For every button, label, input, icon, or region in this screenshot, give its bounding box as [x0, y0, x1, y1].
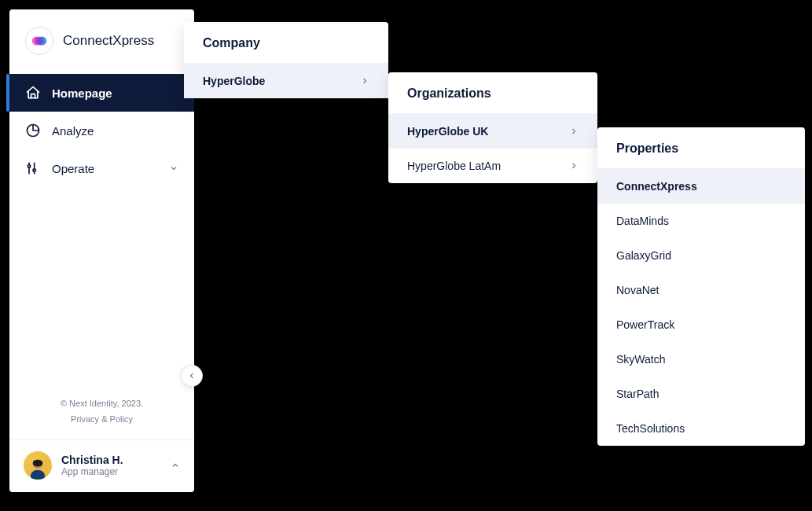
panel-item-label: DataMinds: [616, 215, 669, 227]
panel-item-label: SkyWatch: [616, 353, 666, 366]
prop-item-dataminds[interactable]: DataMinds: [597, 204, 805, 238]
sliders-icon: [25, 160, 41, 176]
user-menu[interactable]: Christina H. App manager: [9, 439, 194, 492]
home-icon: [25, 85, 41, 101]
sidebar-item-homepage[interactable]: Homepage: [9, 74, 194, 112]
prop-item-starpath[interactable]: StarPath: [597, 377, 805, 411]
panel-item-label: NovaNet: [616, 284, 659, 296]
svg-point-5: [28, 165, 30, 167]
user-name: Christina H.: [61, 454, 123, 466]
panel-item-label: HyperGlobe UK: [407, 125, 488, 138]
panel-title: Properties: [597, 127, 805, 169]
chart-icon: [25, 123, 41, 138]
panel-item-label: StarPath: [616, 388, 659, 400]
company-item-hyperglobe[interactable]: HyperGlobe: [184, 64, 388, 98]
svg-point-2: [35, 37, 44, 46]
panel-item-label: TechSolutions: [616, 422, 685, 435]
organizations-panel: Organizations HyperGlobe UK HyperGlobe L…: [388, 72, 597, 183]
prop-item-novanet[interactable]: NovaNet: [597, 273, 805, 307]
brand-name: ConnectXpress: [63, 33, 154, 49]
sidebar: ConnectXpress Homepage Analyze Operate: [9, 9, 194, 492]
sidebar-item-operate[interactable]: Operate: [9, 149, 194, 187]
copyright-text: © Next Identity, 2023.: [25, 399, 178, 408]
chevron-right-icon: [360, 76, 369, 86]
privacy-link[interactable]: Privacy & Policy: [25, 414, 178, 424]
panel-item-label: HyperGlobe: [203, 75, 265, 87]
sidebar-item-label: Homepage: [52, 86, 112, 100]
panel-title: Company: [184, 22, 388, 64]
prop-item-skywatch[interactable]: SkyWatch: [597, 342, 805, 377]
svg-rect-9: [31, 470, 45, 480]
panel-item-label: ConnectXpress: [616, 180, 697, 193]
prop-item-galaxygrid[interactable]: GalaxyGrid: [597, 238, 805, 273]
panel-item-label: GalaxyGrid: [616, 249, 671, 262]
prop-item-techsolutions[interactable]: TechSolutions: [597, 411, 805, 446]
chevron-right-icon: [569, 127, 579, 136]
properties-panel: Properties ConnectXpress DataMinds Galax…: [597, 127, 805, 446]
org-item-hyperglobe-latam[interactable]: HyperGlobe LatAm: [388, 149, 597, 183]
chevron-left-icon: [187, 371, 197, 380]
sidebar-item-label: Operate: [52, 162, 94, 175]
sidebar-item-label: Analyze: [52, 124, 94, 138]
user-role: App manager: [61, 466, 123, 477]
brand[interactable]: ConnectXpress: [9, 9, 194, 74]
chevron-right-icon: [569, 161, 579, 171]
avatar: [24, 451, 52, 480]
panel-title: Organizations: [388, 72, 597, 114]
company-panel: Company HyperGlobe: [184, 22, 388, 98]
prop-item-connectxpress[interactable]: ConnectXpress: [597, 169, 805, 204]
sidebar-item-analyze[interactable]: Analyze: [9, 112, 194, 149]
panel-item-label: PowerTrack: [616, 318, 674, 331]
panel-item-label: HyperGlobe LatAm: [407, 160, 501, 172]
prop-item-powertrack[interactable]: PowerTrack: [597, 307, 805, 342]
brand-logo-icon: [25, 27, 53, 55]
svg-point-7: [33, 169, 35, 171]
sidebar-footer: © Next Identity, 2023. Privacy & Policy: [9, 384, 194, 439]
user-info: Christina H. App manager: [61, 454, 123, 477]
sidebar-collapse-button[interactable]: [181, 365, 203, 387]
chevron-up-icon: [171, 461, 180, 470]
org-item-hyperglobe-uk[interactable]: HyperGlobe UK: [388, 114, 597, 149]
chevron-down-icon: [169, 164, 178, 173]
sidebar-nav: Homepage Analyze Operate: [9, 74, 194, 187]
